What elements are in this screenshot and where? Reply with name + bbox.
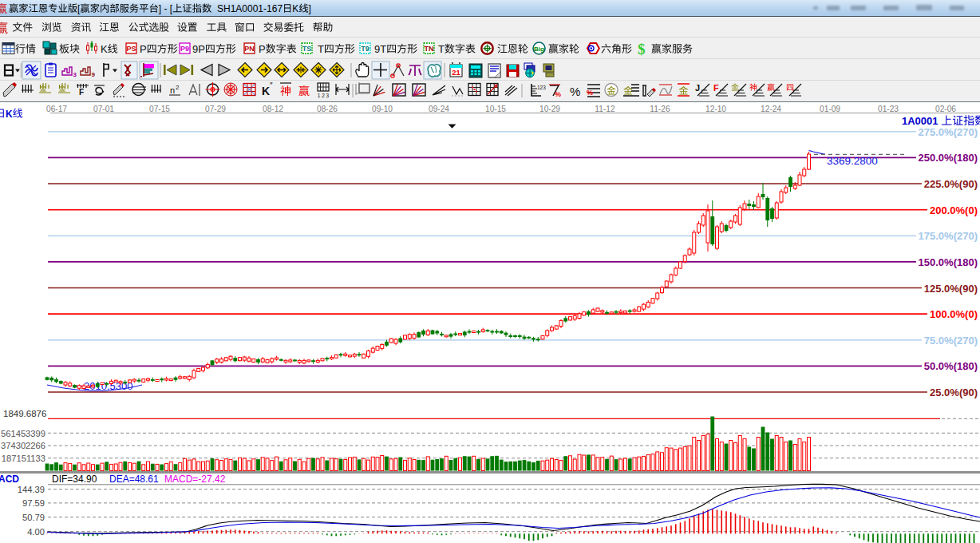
svg-text:$: $ bbox=[638, 41, 646, 57]
svg-text:07-15: 07-15 bbox=[149, 105, 170, 113]
svg-text:1849.6876: 1849.6876 bbox=[3, 409, 46, 418]
svg-text:123: 123 bbox=[537, 85, 546, 90]
svg-text:12-10: 12-10 bbox=[705, 105, 726, 113]
svg-text:P9: P9 bbox=[180, 45, 189, 53]
svg-text:07-29: 07-29 bbox=[205, 105, 226, 113]
svg-text:]: ] bbox=[309, 3, 311, 14]
svg-text:%: % bbox=[555, 90, 561, 98]
svg-text:01-09: 01-09 bbox=[820, 105, 840, 113]
svg-text:F: F bbox=[79, 88, 84, 97]
svg-text:02-06: 02-06 bbox=[935, 105, 956, 113]
svg-text:%: % bbox=[587, 89, 593, 97]
svg-text:07-01: 07-01 bbox=[93, 105, 114, 113]
svg-text:K: K bbox=[262, 85, 270, 97]
svg-text:225.0%(90): 225.0%(90) bbox=[924, 178, 978, 190]
svg-text:125.0%(90): 125.0%(90) bbox=[924, 283, 978, 295]
svg-text:SH1A0001-167: SH1A0001-167 bbox=[217, 3, 283, 14]
svg-text:08-26: 08-26 bbox=[317, 105, 338, 113]
svg-text:K: K bbox=[6, 109, 13, 120]
svg-text:200.0%(0): 200.0%(0) bbox=[930, 204, 978, 216]
svg-text:11-12: 11-12 bbox=[595, 105, 615, 113]
svg-text:PS: PS bbox=[126, 45, 136, 53]
svg-text:MACD: MACD bbox=[0, 474, 19, 485]
svg-text:J: J bbox=[695, 83, 700, 93]
svg-text:97.59: 97.59 bbox=[22, 498, 45, 508]
svg-text:1 2 3: 1 2 3 bbox=[318, 93, 330, 98]
svg-text:06-17: 06-17 bbox=[46, 105, 67, 113]
svg-text:250.0%(180): 250.0%(180) bbox=[919, 152, 978, 164]
svg-text:TN: TN bbox=[425, 45, 434, 53]
svg-text:T: T bbox=[318, 43, 324, 55]
svg-text:TS: TS bbox=[302, 45, 312, 53]
svg-text:n: n bbox=[170, 85, 175, 95]
svg-text:P: P bbox=[259, 43, 266, 55]
svg-text:PN: PN bbox=[244, 45, 255, 53]
svg-text:1A0001: 1A0001 bbox=[902, 115, 939, 127]
svg-text:01-23: 01-23 bbox=[878, 105, 899, 113]
svg-text:T: T bbox=[438, 43, 445, 55]
svg-text:DEA=48.61: DEA=48.61 bbox=[109, 474, 159, 485]
svg-text:MACD=-27.42: MACD=-27.42 bbox=[164, 474, 226, 485]
svg-text:T9: T9 bbox=[361, 45, 369, 53]
svg-text:3: 3 bbox=[73, 71, 77, 78]
svg-text:[: [ bbox=[77, 3, 81, 14]
svg-text:09-24: 09-24 bbox=[429, 105, 449, 113]
svg-text:9: 9 bbox=[92, 71, 96, 78]
svg-text:374302266: 374302266 bbox=[1, 441, 45, 450]
svg-text:144.39: 144.39 bbox=[18, 485, 45, 494]
svg-text:175.0%(270): 175.0%(270) bbox=[919, 230, 978, 242]
svg-text:2: 2 bbox=[176, 84, 180, 91]
svg-text:50.0%(180): 50.0%(180) bbox=[924, 360, 978, 372]
svg-text:P: P bbox=[140, 43, 147, 55]
svg-text:10-15: 10-15 bbox=[485, 105, 506, 113]
svg-text:12-24: 12-24 bbox=[761, 105, 781, 113]
svg-text:K: K bbox=[101, 43, 108, 55]
svg-text:9P: 9P bbox=[192, 43, 205, 55]
svg-text:100.0%(0): 100.0%(0) bbox=[930, 308, 978, 320]
svg-text:9T: 9T bbox=[374, 43, 386, 55]
svg-text:561453399: 561453399 bbox=[1, 429, 45, 438]
svg-text:11-26: 11-26 bbox=[650, 105, 670, 113]
svg-text:[: [ bbox=[170, 3, 173, 14]
svg-text:F: F bbox=[713, 83, 719, 93]
svg-text:08-12: 08-12 bbox=[263, 105, 283, 113]
svg-text:K: K bbox=[292, 3, 298, 14]
svg-text:DIF=34.90: DIF=34.90 bbox=[52, 474, 97, 485]
svg-text:21: 21 bbox=[452, 68, 460, 77]
svg-text:″: ″ bbox=[270, 81, 273, 90]
svg-text:]: ] bbox=[159, 3, 161, 14]
svg-text:Big: Big bbox=[534, 46, 544, 53]
svg-text:-: - bbox=[164, 3, 168, 14]
svg-text:25.0%(90): 25.0%(90) bbox=[930, 386, 978, 398]
svg-text:150.0%(180): 150.0%(180) bbox=[919, 256, 978, 268]
svg-text:3369.2800: 3369.2800 bbox=[827, 155, 878, 167]
svg-text:%: % bbox=[570, 85, 580, 98]
svg-text:4.00: 4.00 bbox=[27, 527, 45, 537]
svg-text:10-29: 10-29 bbox=[539, 105, 560, 113]
svg-text:75.0%(270): 75.0%(270) bbox=[924, 335, 978, 347]
svg-text:187151133: 187151133 bbox=[2, 454, 45, 463]
svg-text:275.0%(270): 275.0%(270) bbox=[919, 126, 978, 138]
svg-text:50.79: 50.79 bbox=[22, 513, 45, 522]
svg-text:09-10: 09-10 bbox=[372, 105, 393, 113]
